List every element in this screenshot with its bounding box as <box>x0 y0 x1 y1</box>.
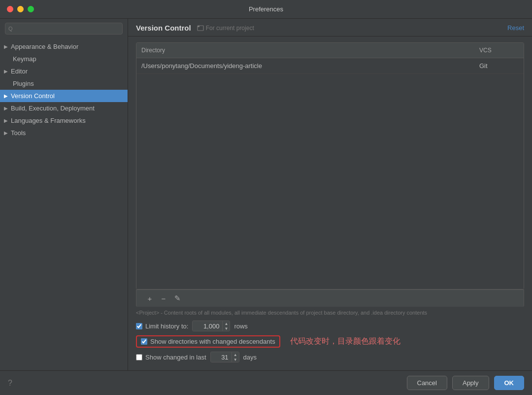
sidebar-item-label: Version Control <box>11 92 55 100</box>
arrow-icon: ▶ <box>4 106 8 111</box>
sidebar-item-appearance[interactable]: ▶ Appearance & Behavior <box>0 40 128 53</box>
limit-history-row: Limit history to: 1,000 ▲ ▼ rows <box>136 321 524 331</box>
arrow-icon: ▶ <box>4 118 8 123</box>
show-changed-in-last-checkbox[interactable] <box>136 354 142 360</box>
content-header: Version Control For current project Rese… <box>128 19 532 36</box>
cancel-button[interactable]: Cancel <box>407 376 447 390</box>
page-title: Version Control <box>136 24 191 32</box>
maximize-button[interactable] <box>28 6 34 12</box>
content-area: Version Control For current project Rese… <box>128 19 532 370</box>
sidebar-item-keymap[interactable]: Keymap <box>0 53 128 65</box>
svg-rect-1 <box>198 26 200 27</box>
main-container: Q ▶ Appearance & Behavior Keymap ▶ Edito… <box>0 19 532 370</box>
apply-button[interactable]: Apply <box>452 376 489 390</box>
arrow-icon: ▶ <box>4 44 8 49</box>
show-changed-descendants-label: Show directories with changed descendant… <box>150 338 275 345</box>
close-button[interactable] <box>7 6 13 12</box>
remove-button[interactable]: − <box>158 293 169 304</box>
ok-button[interactable]: OK <box>494 376 525 390</box>
window-controls <box>7 6 34 12</box>
table-toolbar: + − ✎ <box>136 289 524 307</box>
cell-vcs: Git <box>474 61 524 71</box>
subtitle-text: For current project <box>206 25 254 32</box>
sidebar-nav: ▶ Appearance & Behavior Keymap ▶ Editor … <box>0 38 128 370</box>
table-row[interactable]: /Users/ponytang/Documents/yideng-article… <box>136 58 524 74</box>
minimize-button[interactable] <box>17 6 24 12</box>
bottom-bar: ? Cancel Apply OK <box>0 370 532 395</box>
project-icon <box>197 25 204 32</box>
show-changed-in-last-label: Show changed in last <box>145 354 206 361</box>
show-changed-in-last-checkbox-label[interactable]: Show changed in last <box>136 354 206 361</box>
project-note: <Project> - Content roots of all modules… <box>128 307 532 319</box>
limit-history-checkbox[interactable] <box>136 323 142 329</box>
show-changed-descendants-checkbox[interactable] <box>141 338 147 345</box>
bottom-right: Cancel Apply OK <box>407 376 525 390</box>
sidebar-item-editor[interactable]: ▶ Editor <box>0 65 128 77</box>
sidebar-item-label: Languages & Frameworks <box>11 117 86 124</box>
help-icon[interactable]: ? <box>8 379 12 388</box>
content-header-left: Version Control For current project <box>136 24 254 32</box>
show-changed-in-last-input-wrap: 31 ▲ ▼ <box>210 352 239 362</box>
days-spinner-up-button[interactable]: ▲ <box>232 352 239 357</box>
show-changed-in-last-row: Show changed in last 31 ▲ ▼ days <box>136 352 524 362</box>
window-title: Preferences <box>249 5 283 13</box>
show-changed-descendants-checkbox-label[interactable]: Show directories with changed descendant… <box>141 338 275 345</box>
table-body: /Users/ponytang/Documents/yideng-article… <box>136 58 524 289</box>
search-input[interactable] <box>5 23 123 35</box>
arrow-icon: ▶ <box>4 69 8 74</box>
days-label: days <box>243 354 257 361</box>
spinner-up-button[interactable]: ▲ <box>223 321 230 326</box>
vcs-table: Directory VCS /Users/ponytang/Documents/… <box>136 42 524 289</box>
sidebar-item-label: Editor <box>11 68 28 75</box>
column-header-vcs: VCS <box>474 45 524 55</box>
arrow-icon: ▶ <box>4 93 8 99</box>
search-box: Q <box>5 23 123 35</box>
sidebar-item-label: Tools <box>11 129 26 137</box>
rows-label: rows <box>234 323 247 330</box>
sidebar-item-version-control[interactable]: ▶ Version Control <box>0 90 128 102</box>
sidebar-item-label: Keymap <box>13 55 36 63</box>
sidebar-item-languages[interactable]: ▶ Languages & Frameworks <box>0 114 128 127</box>
sidebar-item-plugins[interactable]: Plugins <box>0 77 128 90</box>
annotation-text: 代码改变时，目录颜色跟着变化 <box>290 336 400 347</box>
content-subtitle: For current project <box>197 25 254 32</box>
limit-history-input-wrap: 1,000 ▲ ▼ <box>192 321 230 331</box>
edit-button[interactable]: ✎ <box>172 293 183 304</box>
days-spinner-down-button[interactable]: ▼ <box>232 357 239 362</box>
reset-link[interactable]: Reset <box>507 24 524 32</box>
sidebar: Q ▶ Appearance & Behavior Keymap ▶ Edito… <box>0 19 128 370</box>
limit-history-spinner: ▲ ▼ <box>222 321 230 331</box>
options-section: Limit history to: 1,000 ▲ ▼ rows Show di… <box>128 319 532 370</box>
limit-history-input[interactable]: 1,000 <box>193 322 222 331</box>
sidebar-item-label: Plugins <box>13 80 34 87</box>
spinner-down-button[interactable]: ▼ <box>223 326 230 331</box>
show-changed-in-last-input[interactable]: 31 <box>211 353 232 362</box>
table-header: Directory VCS <box>136 43 524 58</box>
cell-directory: /Users/ponytang/Documents/yideng-article <box>136 61 474 71</box>
title-bar: Preferences <box>0 0 532 19</box>
column-header-directory: Directory <box>136 45 474 55</box>
highlight-box: Show directories with changed descendant… <box>136 335 280 348</box>
days-spinner: ▲ ▼ <box>232 352 239 362</box>
search-icon: Q <box>8 26 13 32</box>
limit-history-label: Limit history to: <box>145 323 188 330</box>
add-button[interactable]: + <box>144 293 155 304</box>
sidebar-item-label: Appearance & Behavior <box>11 43 78 50</box>
sidebar-item-tools[interactable]: ▶ Tools <box>0 127 128 139</box>
arrow-icon: ▶ <box>4 130 8 136</box>
sidebar-item-build[interactable]: ▶ Build, Execution, Deployment <box>0 102 128 114</box>
show-changed-descendants-row: Show directories with changed descendant… <box>136 335 524 348</box>
limit-history-checkbox-label[interactable]: Limit history to: <box>136 323 188 330</box>
sidebar-item-label: Build, Execution, Deployment <box>11 105 95 112</box>
